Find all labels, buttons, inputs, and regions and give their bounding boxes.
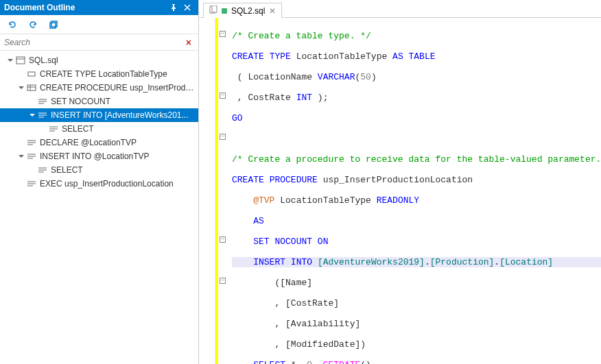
modified-indicator-icon xyxy=(222,8,227,14)
close-tab-icon[interactable]: ✕ xyxy=(269,6,276,16)
chevron-down-icon[interactable] xyxy=(16,151,26,161)
code-lines[interactable]: /* Create a table type. */ CREATE TYPE L… xyxy=(228,18,601,364)
panel-toolbar xyxy=(0,15,198,34)
clear-search-icon[interactable]: × xyxy=(183,37,194,48)
svg-rect-2 xyxy=(16,57,25,64)
tree-item-label: SET NOCOUNT xyxy=(51,97,110,106)
tree-item-label: DECLARE @LocationTVP xyxy=(40,138,137,147)
statement-icon xyxy=(26,178,37,189)
editor-pane: SQL2.sql ✕ − − − − − /* Create a table t… xyxy=(199,0,601,364)
tree-item-select[interactable]: SELECT xyxy=(0,122,198,136)
fold-column: − − − − − xyxy=(218,18,228,364)
line-gutter xyxy=(199,18,215,364)
sql-file-icon xyxy=(15,55,26,66)
tree-item-exec[interactable]: EXEC usp_InsertProductionLocation xyxy=(0,177,198,191)
document-outline-panel: Document Outline × SQL.sql CREATE xyxy=(0,0,199,364)
tree-item-insert-into[interactable]: INSERT INTO [AdventureWorks201... xyxy=(0,108,198,122)
search-row: × xyxy=(0,34,198,51)
svg-rect-3 xyxy=(28,72,35,76)
outline-tree: SQL.sql CREATE TYPE LocationTableType CR… xyxy=(0,51,198,364)
svg-rect-1 xyxy=(51,21,57,27)
fold-toggle-icon[interactable]: − xyxy=(220,278,226,284)
code-editor[interactable]: − − − − − /* Create a table type. */ CRE… xyxy=(199,18,601,364)
statement-icon xyxy=(48,123,59,134)
tree-item-declare[interactable]: DECLARE @LocationTVP xyxy=(0,136,198,149)
svg-rect-6 xyxy=(212,5,217,12)
tree-item-label: INSERT INTO [AdventureWorks201... xyxy=(51,110,189,120)
statement-icon xyxy=(37,165,48,175)
svg-rect-0 xyxy=(50,23,56,28)
tree-item-label: CREATE PROCEDURE usp_InsertProdu... xyxy=(40,83,194,93)
tree-item-create-type[interactable]: CREATE TYPE LocationTableType xyxy=(0,67,198,81)
tree-item-select-2[interactable]: SELECT xyxy=(0,163,198,177)
panel-header: Document Outline xyxy=(0,0,198,15)
statement-icon xyxy=(37,96,48,107)
statement-icon xyxy=(37,110,48,121)
tree-item-create-procedure[interactable]: CREATE PROCEDURE usp_InsertProdu... xyxy=(0,81,198,95)
svg-rect-4 xyxy=(27,85,36,90)
tree-root[interactable]: SQL.sql xyxy=(0,53,198,67)
panel-title: Document Outline xyxy=(4,3,167,12)
statement-icon xyxy=(26,151,37,162)
fold-toggle-icon[interactable]: − xyxy=(220,134,226,140)
type-icon xyxy=(26,69,37,80)
statement-icon xyxy=(26,137,37,148)
file-icon xyxy=(209,5,217,16)
tree-item-label: EXEC usp_InsertProductionLocation xyxy=(40,179,174,189)
collapse-all-icon[interactable] xyxy=(47,18,60,32)
tab-label: SQL2.sql xyxy=(231,6,265,16)
tree-item-label: SELECT xyxy=(51,165,83,175)
tree-item-label: INSERT INTO @LocationTVP xyxy=(40,151,150,161)
pin-icon[interactable] xyxy=(167,1,180,14)
chevron-down-icon[interactable] xyxy=(5,56,15,65)
refresh-cw-icon[interactable] xyxy=(26,18,40,32)
refresh-ccw-icon[interactable] xyxy=(5,18,19,32)
tree-item-label: CREATE TYPE LocationTableType xyxy=(40,69,167,79)
fold-toggle-icon[interactable]: − xyxy=(220,236,226,243)
tree-item-set-nocount[interactable]: SET NOCOUNT xyxy=(0,95,198,108)
close-icon[interactable] xyxy=(180,1,194,14)
tree-item-label: SQL.sql xyxy=(29,56,58,65)
chevron-down-icon[interactable] xyxy=(27,110,37,120)
tree-item-insert-into-var[interactable]: INSERT INTO @LocationTVP xyxy=(0,149,198,163)
chevron-down-icon[interactable] xyxy=(16,83,26,93)
tree-item-label: SELECT xyxy=(62,124,94,134)
fold-toggle-icon[interactable]: − xyxy=(220,31,226,37)
tab-sql2[interactable]: SQL2.sql ✕ xyxy=(203,3,282,18)
tab-bar: SQL2.sql ✕ xyxy=(199,0,601,18)
procedure-icon xyxy=(26,82,37,93)
search-input[interactable] xyxy=(4,38,183,47)
fold-toggle-icon[interactable]: − xyxy=(220,93,226,99)
